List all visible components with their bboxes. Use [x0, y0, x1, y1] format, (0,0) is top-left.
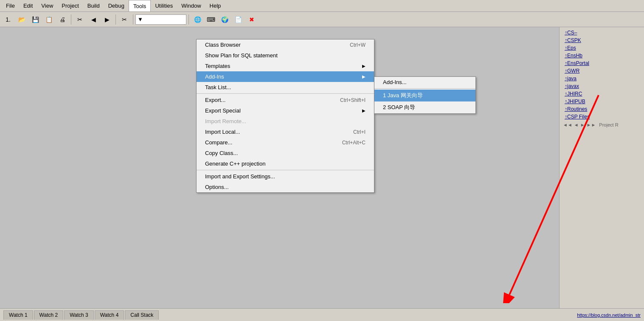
main-area: ↑CS– ↑CSPK ↑Eps ↑EnsHb ↑EnsPortal ↑GWR ↑…: [0, 27, 644, 308]
panel-item-eps[interactable]: ↑Eps: [563, 44, 641, 52]
panel-item-routines[interactable]: ↑Routines: [563, 105, 641, 113]
menu-add-ins-dialog[interactable]: Add-Ins...: [374, 77, 475, 87]
toolbar-new[interactable]: 1.: [2, 14, 14, 25]
toolbar-print[interactable]: 🖨: [56, 14, 69, 25]
statusbar-tab-callstack[interactable]: Call Stack: [125, 310, 159, 320]
addins-submenu: Add-Ins... 1 Java 网关向导 2 SOAP 向导: [374, 76, 476, 114]
export-special-arrow: ▶: [362, 108, 366, 113]
panel-item-gwr[interactable]: ↑GWR: [563, 67, 641, 75]
toolbar-save[interactable]: 💾: [29, 14, 42, 25]
panel-item-cspfiles[interactable]: ↑CSP Files: [563, 113, 641, 121]
toolbar-btn7[interactable]: 🌍: [218, 14, 231, 25]
panel-item-javax[interactable]: ↑javax: [563, 82, 641, 90]
menu-class-browser[interactable]: Class Browser Ctrl+W: [197, 39, 374, 50]
toolbar-publish[interactable]: 📋: [42, 14, 55, 25]
statusbar-tab-watch2[interactable]: Watch 2: [34, 310, 64, 320]
menu-import-export-settings[interactable]: Import and Export Settings...: [197, 171, 374, 182]
menu-options-label: Options...: [205, 184, 229, 190]
menu-generate-cpp-label: Generate C++ projection: [205, 160, 265, 167]
menu-debug[interactable]: Debug: [104, 0, 129, 11]
panel-item-cs[interactable]: ↑CS–: [563, 29, 641, 37]
panel-item-java[interactable]: ↑java: [563, 75, 641, 82]
menu-sep2: [197, 170, 374, 170]
nav-last[interactable]: ►►: [587, 122, 596, 127]
menu-compare-label: Compare...: [205, 139, 232, 146]
menu-view[interactable]: View: [37, 0, 57, 11]
menu-copy-class[interactable]: Copy Class...: [197, 148, 374, 158]
menu-export-special-label: Export Special: [205, 107, 241, 114]
menu-export[interactable]: Export... Ctrl+Shift+I: [197, 95, 374, 105]
toolbar: 1. 📂 💾 📋 🖨 ✂ ◀ ▶ ✂ ▼ 🌐 ⌨ 🌍 📄 ✖: [0, 12, 644, 27]
templates-arrow: ▶: [362, 64, 366, 68]
menu-class-browser-shortcut: Ctrl+W: [350, 42, 366, 48]
menu-copy-class-label: Copy Class...: [205, 150, 238, 156]
menu-export-special[interactable]: Export Special ▶: [197, 105, 374, 116]
submenu-sep: [374, 88, 475, 89]
menu-project[interactable]: Project: [57, 0, 83, 11]
menu-task-list[interactable]: Task List...: [197, 82, 374, 93]
menu-build[interactable]: Build: [83, 0, 104, 11]
toolbar-back[interactable]: ◀: [87, 14, 100, 25]
menu-tools[interactable]: Tools: [129, 0, 151, 11]
menu-java-wizard[interactable]: 1 Java 网关向导: [374, 90, 475, 101]
toolbar-close[interactable]: ✖: [245, 14, 258, 25]
java-wizard-label: 1 Java 网关向导: [383, 92, 423, 99]
toolbar-sep2: [115, 14, 116, 25]
menu-window[interactable]: Window: [177, 0, 205, 11]
menubar: File Edit View Project Build Debug Tools…: [0, 0, 644, 12]
addins-arrow: ▶: [362, 74, 366, 79]
toolbar-sep1: [71, 14, 71, 25]
dropdown-overlay: Class Browser Ctrl+W Show Plan for SQL s…: [0, 39, 644, 308]
menu-add-ins-label: Add-Ins: [205, 73, 224, 80]
panel-item-cspk[interactable]: ↑CSPK: [563, 37, 641, 44]
menu-file[interactable]: File: [2, 0, 19, 11]
menu-edit[interactable]: Edit: [19, 0, 37, 11]
menu-compare[interactable]: Compare... Ctrl+Alt+C: [197, 137, 374, 148]
statusbar-url[interactable]: https://blog.csdn.net/admin_str: [577, 313, 641, 318]
toolbar-sep4: [188, 14, 189, 25]
menu-show-plan-label: Show Plan for SQL statement: [205, 52, 278, 59]
menu-import-local[interactable]: Import Local... Ctrl+I: [197, 127, 374, 137]
menu-utilities[interactable]: Utilities: [151, 0, 177, 11]
panel-item-jhipub[interactable]: ↑JHIPUB: [563, 98, 641, 105]
menu-class-browser-label: Class Browser: [205, 42, 241, 48]
statusbar-tab-watch1[interactable]: Watch 1: [3, 310, 33, 320]
toolbar-scissors[interactable]: ✂: [118, 14, 131, 25]
menu-templates-label: Templates: [205, 63, 230, 69]
nav-prev[interactable]: ◄: [574, 122, 579, 127]
menu-options[interactable]: Options...: [197, 182, 374, 192]
toolbar-forward[interactable]: ▶: [101, 14, 113, 25]
toolbar-cut[interactable]: ✂: [73, 14, 86, 25]
menu-show-plan[interactable]: Show Plan for SQL statement: [197, 50, 374, 61]
dropdown-arrow: ▼: [138, 16, 143, 23]
menu-import-export-settings-label: Import and Export Settings...: [205, 173, 275, 180]
menu-generate-cpp[interactable]: Generate C++ projection: [197, 158, 374, 169]
menu-compare-shortcut: Ctrl+Alt+C: [342, 140, 366, 146]
tools-menu: Class Browser Ctrl+W Show Plan for SQL s…: [196, 39, 374, 193]
toolbar-btn6[interactable]: ⌨: [205, 14, 217, 25]
toolbar-btn5[interactable]: 🌐: [191, 14, 204, 25]
panel-item-jhirc[interactable]: ↑JHIRC: [563, 90, 641, 98]
menu-soap-wizard[interactable]: 2 SOAP 向导: [374, 101, 475, 113]
statusbar-tab-watch4[interactable]: Watch 4: [95, 310, 124, 320]
toolbar-open[interactable]: 📂: [15, 14, 28, 25]
soap-wizard-label: 2 SOAP 向导: [383, 104, 415, 111]
statusbar-tab-watch3[interactable]: Watch 3: [64, 310, 94, 320]
toolbar-btn8[interactable]: 📄: [232, 14, 245, 25]
toolbar-sep3: [133, 14, 133, 25]
menu-templates[interactable]: Templates ▶: [197, 61, 374, 71]
nav-first[interactable]: ◄◄: [563, 122, 572, 127]
menu-add-ins[interactable]: Add-Ins ▶: [197, 71, 374, 82]
panel-item-enshb[interactable]: ↑EnsHb: [563, 52, 641, 59]
menu-help[interactable]: Help: [205, 0, 225, 11]
statusbar: Watch 1 Watch 2 Watch 3 Watch 4 Call Sta…: [0, 308, 644, 321]
toolbar-dropdown[interactable]: ▼: [135, 14, 186, 25]
menu-import-remote-label: Import Remote...: [205, 118, 246, 124]
panel-item-ensportal[interactable]: ↑EnsPortal: [563, 59, 641, 67]
right-panel: ↑CS– ↑CSPK ↑Eps ↑EnsHb ↑EnsPortal ↑GWR ↑…: [559, 27, 644, 308]
menu-export-label: Export...: [205, 97, 225, 103]
add-ins-dialog-label: Add-Ins...: [383, 79, 407, 85]
nav-next[interactable]: ►: [580, 122, 585, 127]
nav-project: Project R: [599, 122, 618, 127]
menu-export-shortcut: Ctrl+Shift+I: [340, 97, 366, 103]
